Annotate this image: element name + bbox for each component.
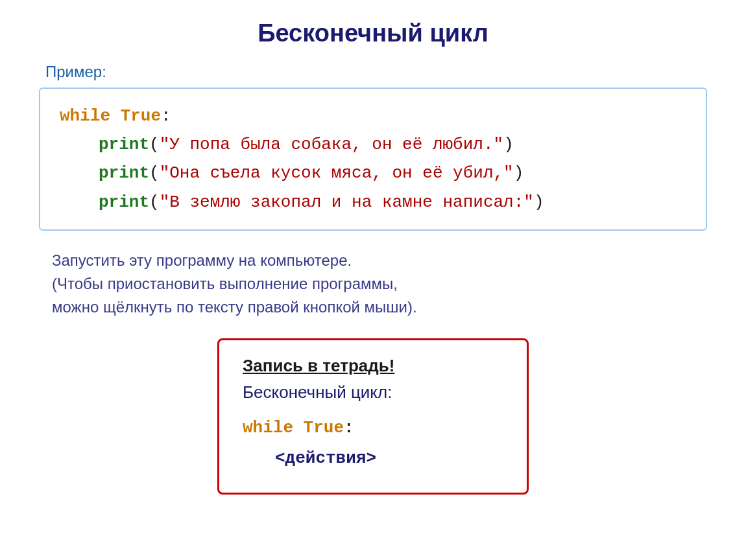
str-3: "В землю закопал и на камне написал:"	[160, 192, 534, 212]
notebook-subtitle: Бесконечный цикл:	[243, 382, 503, 402]
code-line-1: while True:	[60, 102, 686, 130]
description-text: Запустить эту программу на компьютере. (…	[52, 249, 707, 319]
notebook-box: Запись в тетрадь! Бесконечный цикл: whil…	[217, 338, 529, 495]
example-label: Пример:	[45, 63, 707, 81]
keyword-true: True	[121, 106, 161, 126]
nb-actions: <действия>	[275, 449, 376, 468]
fn-print-3: print	[99, 192, 149, 212]
paren-3: (	[149, 163, 160, 183]
code-line-3: print("Она съела кусок мяса, он её убил,…	[60, 159, 686, 187]
notebook-code: while True: <действия>	[243, 413, 503, 474]
colon-1: :	[161, 106, 171, 126]
paren-1: (	[149, 135, 160, 154]
page-title: Бесконечный цикл	[39, 19, 707, 47]
paren-2: )	[503, 135, 514, 154]
nb-keyword-while: while True	[243, 418, 344, 438]
paren-4: )	[514, 163, 524, 183]
fn-print-2: print	[99, 163, 149, 183]
code-line-2: print("У попа была собака, он её любил."…	[60, 130, 686, 159]
notebook-actions-line: <действия>	[243, 443, 503, 474]
fn-print-1: print	[99, 135, 149, 154]
paren-5: (	[149, 192, 160, 212]
nb-colon: :	[344, 418, 354, 438]
code-line-4: print("В землю закопал и на камне написа…	[60, 188, 686, 216]
keyword-while: while	[60, 106, 110, 126]
description-line-2: (Чтобы приостановить выполнение программ…	[52, 272, 707, 296]
notebook-title: Запись в тетрадь!	[243, 356, 503, 376]
description-line-1: Запустить эту программу на компьютере.	[52, 249, 707, 272]
paren-6: )	[534, 192, 544, 212]
notebook-while-line: while True:	[243, 413, 503, 443]
description-line-3: можно щёлкнуть по тексту правой кнопкой …	[52, 296, 707, 319]
code-block: while True: print("У попа была собака, о…	[39, 88, 707, 231]
str-2: "Она съела кусок мяса, он её убил,"	[160, 163, 514, 183]
str-1: "У попа была собака, он её любил."	[160, 135, 504, 154]
